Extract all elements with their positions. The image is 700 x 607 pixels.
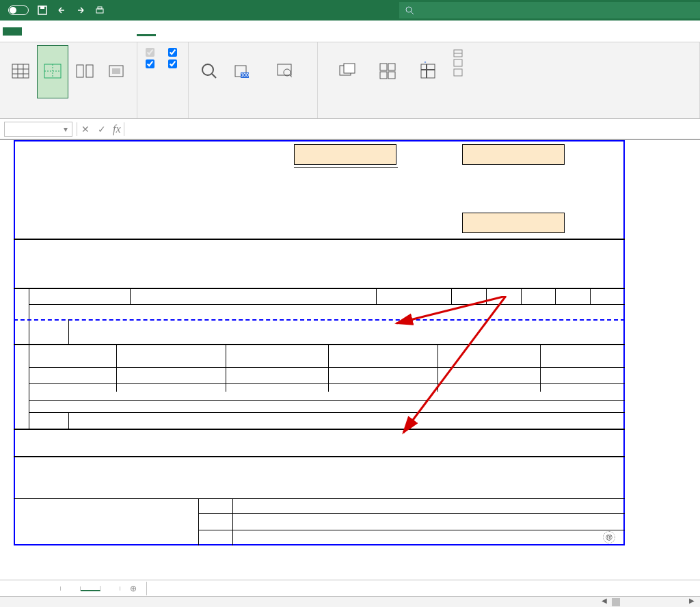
svg-rect-17 xyxy=(112,68,120,74)
customview-icon xyxy=(105,60,127,82)
worksheet-grid[interactable]: ㊞ xyxy=(0,139,700,550)
new-sheet-button[interactable]: ⊕ xyxy=(120,582,147,595)
svg-text:*: * xyxy=(424,62,427,67)
tab-view[interactable] xyxy=(137,26,156,36)
pagelayout-icon xyxy=(74,60,96,82)
svg-rect-32 xyxy=(421,64,435,78)
tab-review[interactable] xyxy=(118,27,137,36)
window-options xyxy=(453,45,466,77)
redo-icon[interactable] xyxy=(72,2,89,18)
zoomsel-icon xyxy=(273,60,295,82)
tab-home[interactable] xyxy=(22,27,41,36)
grid-icon xyxy=(10,60,31,82)
svg-rect-27 xyxy=(344,64,355,73)
svg-rect-2 xyxy=(96,9,103,13)
zoom-selection-button[interactable] xyxy=(257,45,312,98)
search-icon xyxy=(405,5,414,15)
chk-formulabar[interactable] xyxy=(168,48,180,57)
input-days-box xyxy=(294,144,396,165)
tab-data[interactable] xyxy=(98,27,118,36)
sheet-tab[interactable] xyxy=(61,586,81,591)
svg-rect-29 xyxy=(388,64,395,70)
svg-rect-6 xyxy=(12,64,29,78)
tab-insert[interactable] xyxy=(41,27,60,36)
toggle-icon xyxy=(8,5,29,15)
view-normal-button[interactable] xyxy=(5,45,36,98)
cancel-icon[interactable]: ✕ xyxy=(77,124,94,135)
ribbon: 100 * xyxy=(0,42,700,119)
fx-icon[interactable]: fx xyxy=(113,123,121,135)
undo-icon[interactable] xyxy=(53,2,70,18)
sheet-tab[interactable] xyxy=(41,586,61,591)
svg-text:100: 100 xyxy=(241,72,249,77)
formula-input[interactable] xyxy=(124,122,700,136)
zoom-button[interactable] xyxy=(194,45,224,98)
pagebreak-icon xyxy=(42,60,64,82)
svg-rect-1 xyxy=(40,6,44,9)
sheet-content[interactable]: ㊞ xyxy=(14,140,700,550)
formula-bar: ▾ ✕ ✓ fx xyxy=(0,119,700,139)
view-pagebreak-button[interactable] xyxy=(37,45,68,98)
tab-acrobat[interactable] xyxy=(175,27,194,36)
view-pagelayout-button[interactable] xyxy=(70,45,100,98)
group-label xyxy=(194,114,312,117)
tab-layout[interactable] xyxy=(60,27,79,36)
sheet-tab[interactable] xyxy=(100,586,120,591)
page-break-dashed xyxy=(14,319,625,321)
svg-point-18 xyxy=(202,64,213,75)
quickprint-icon[interactable] xyxy=(92,2,108,18)
tab-file[interactable] xyxy=(3,27,22,36)
annotation-arrows xyxy=(369,296,520,446)
tab-help[interactable] xyxy=(156,27,175,36)
horizontal-scrollbar[interactable]: ◀ ▶ xyxy=(0,596,700,607)
ribbon-tabs xyxy=(0,21,700,42)
svg-line-5 xyxy=(411,12,414,14)
input-result-box xyxy=(462,144,565,165)
chk-gridlines[interactable] xyxy=(146,59,157,68)
tab-formula[interactable] xyxy=(79,27,98,36)
svg-rect-14 xyxy=(77,65,83,77)
group-label xyxy=(5,114,131,117)
name-box[interactable]: ▾ xyxy=(4,122,72,137)
arrange-button[interactable] xyxy=(373,45,403,98)
enter-icon[interactable]: ✓ xyxy=(94,124,110,135)
svg-rect-15 xyxy=(86,65,93,77)
svg-rect-3 xyxy=(98,7,102,9)
freeze-icon: * xyxy=(417,60,439,82)
autosave-toggle[interactable] xyxy=(5,5,31,15)
group-label xyxy=(323,114,694,117)
svg-rect-30 xyxy=(380,72,387,79)
svg-rect-38 xyxy=(454,59,462,66)
seal-placeholder: ㊞ xyxy=(603,531,615,543)
sheet-tabs: ⊕ xyxy=(0,580,700,596)
zoom-icon xyxy=(198,60,220,82)
new-window-button[interactable] xyxy=(323,45,371,98)
search-box[interactable] xyxy=(399,2,700,18)
svg-line-19 xyxy=(212,74,216,78)
svg-rect-39 xyxy=(454,69,462,76)
zoom-100-button[interactable]: 100 xyxy=(226,45,256,98)
view-custom-button[interactable] xyxy=(101,45,131,98)
zoom100-icon: 100 xyxy=(230,60,252,82)
freeze-panes-button[interactable]: * xyxy=(404,45,452,98)
svg-rect-31 xyxy=(388,72,395,79)
input-final-box xyxy=(462,213,565,233)
chk-ruler xyxy=(146,48,157,57)
svg-rect-28 xyxy=(380,64,387,70)
svg-point-4 xyxy=(406,7,412,12)
newwindow-icon xyxy=(336,60,358,82)
arrange-icon xyxy=(377,60,399,82)
save-icon[interactable] xyxy=(34,2,51,18)
chk-headings[interactable] xyxy=(168,59,180,68)
print-area-border xyxy=(14,140,625,545)
status-area: ⊕ ◀ ▶ xyxy=(0,580,700,607)
sheet-tab-active[interactable] xyxy=(81,586,100,591)
group-label xyxy=(143,114,183,117)
title-bar xyxy=(0,0,700,21)
